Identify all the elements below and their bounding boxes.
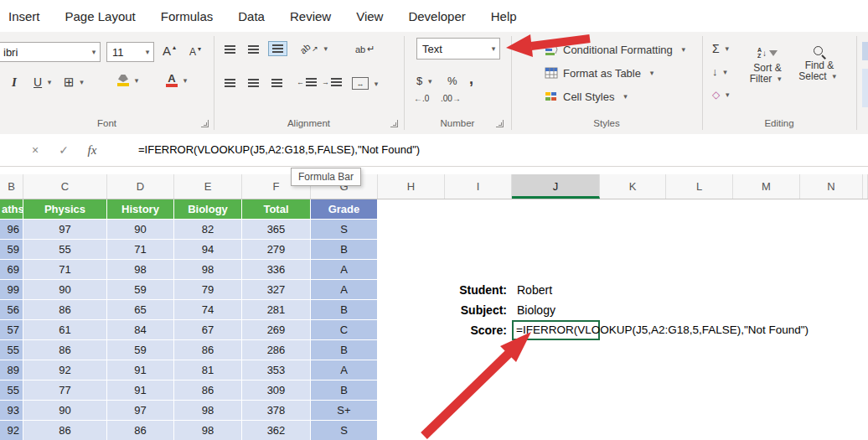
table-cell[interactable]: 89 [0,360,23,380]
table-cell[interactable]: 61 [23,320,107,340]
clear-button[interactable]: ◇ ▾ [712,89,733,101]
table-cell[interactable]: 96 [0,220,23,240]
sort-filter-button[interactable]: AZ ↓ Sort & Filter▾ [742,45,793,85]
table-cell[interactable]: A [311,260,378,280]
table-cell[interactable]: 90 [23,280,107,300]
table-cell[interactable]: 74 [174,300,242,320]
table-cell[interactable]: 362 [242,421,311,440]
student-label-cell[interactable]: Student: [445,280,507,300]
column-header-J[interactable]: J [512,174,600,199]
font-size-combo[interactable]: 11 ▾ [106,42,154,62]
table-cell[interactable]: 55 [0,340,23,360]
menu-tab-view[interactable]: View [356,9,383,23]
table-cell[interactable]: 86 [174,380,242,401]
number-format-combo[interactable]: Text ▾ [416,38,500,60]
table-cell[interactable]: 59 [107,280,174,300]
column-header-M[interactable]: M [733,174,800,199]
increase-indent-button[interactable]: → [322,78,342,86]
subject-value-cell[interactable]: Biology [517,300,555,320]
table-cell[interactable]: 71 [107,240,174,260]
increase-decimal-button[interactable]: ←.0 [414,94,429,103]
table-cell[interactable]: 65 [107,300,174,320]
column-header-I[interactable]: I [445,174,512,199]
align-right-button[interactable] [271,79,282,87]
table-cell[interactable]: 93 [0,401,23,421]
cancel-button[interactable]: × [27,134,44,166]
column-header-K[interactable]: K [600,174,666,199]
formula-bar[interactable]: × ✓ fx =IFERROR(VLOOKUP(J5,A2:G18,5,FALS… [0,134,868,167]
table-header-cell[interactable]: Physics [23,199,107,220]
align-middle-button[interactable] [248,45,259,54]
table-cell[interactable]: 55 [0,380,23,401]
table-cell[interactable]: 98 [174,421,242,440]
table-cell[interactable]: 279 [242,240,311,260]
table-cell[interactable]: 94 [174,240,242,260]
table-header-cell[interactable]: History [107,199,174,220]
autosum-button[interactable]: Σ ▾ [712,42,733,55]
menu-tab-data[interactable]: Data [238,9,265,23]
decrease-font-size-button[interactable]: A ▾ [189,46,201,58]
table-cell[interactable]: 81 [174,360,242,380]
insert-function-button[interactable]: fx [84,134,101,166]
table-cell[interactable]: 92 [23,360,107,380]
font-dialog-launcher[interactable] [201,120,209,127]
table-cell[interactable]: 86 [107,421,174,440]
table-cell[interactable]: 82 [174,220,242,240]
wrap-text-button[interactable]: ab ↵ [355,44,375,54]
table-cell[interactable]: 336 [242,260,311,280]
decrease-decimal-button[interactable]: .00→ [441,94,461,103]
fill-button[interactable]: ↓ ▾ [712,65,731,78]
table-cell[interactable]: 309 [242,380,311,401]
table-header-cell[interactable]: Grade [311,199,378,220]
table-cell[interactable]: 77 [23,380,107,401]
table-cell[interactable]: S+ [311,401,378,421]
table-cell[interactable]: 90 [23,401,107,421]
increase-font-size-button[interactable]: A ▴ [163,44,176,58]
table-header-cell[interactable]: Total [242,199,311,220]
menu-tab-developer[interactable]: Developer [408,9,465,23]
accounting-format-button[interactable]: $ ▾ [416,75,436,87]
conditional-formatting-button[interactable]: Conditional Formatting ▾ [545,42,690,57]
table-cell[interactable]: 91 [107,360,174,380]
table-cell[interactable]: 92 [0,421,23,440]
table-cell[interactable]: 67 [174,320,242,340]
table-cell[interactable]: 97 [107,401,174,421]
table-cell[interactable]: 69 [0,260,23,280]
comma-style-button[interactable]: , [469,70,473,88]
menu-tab-page-layout[interactable]: Page Layout [65,9,136,23]
align-top-button[interactable] [225,45,235,54]
table-cell[interactable]: 56 [0,300,23,320]
score-label-cell[interactable]: Score: [445,320,507,340]
table-cell[interactable]: 79 [174,280,242,300]
column-header-C[interactable]: C [23,174,107,199]
cell-styles-button[interactable]: Cell Styles ▾ [545,89,631,104]
table-cell[interactable]: B [311,380,378,401]
table-cell[interactable]: 86 [23,421,107,440]
formula-bar-input[interactable]: =IFERROR(VLOOKUP(J5,A2:G18,5,FALSE),"Not… [138,134,420,166]
menu-tab-review[interactable]: Review [290,9,331,23]
table-cell[interactable]: 98 [174,401,242,421]
table-cell[interactable]: 86 [23,300,107,320]
italic-button[interactable]: I [12,75,17,90]
table-cell[interactable]: 59 [107,340,174,360]
cell-formula-text[interactable]: =IFERROR(VLOOKUP(J5,A2:G18,5,FALSE),"Not… [516,320,809,340]
table-cell[interactable]: 286 [242,340,311,360]
align-bottom-button[interactable] [268,41,287,56]
table-cell[interactable]: 327 [242,280,311,300]
table-cell[interactable]: B [311,340,378,360]
table-cell[interactable]: 269 [242,320,311,340]
table-cell[interactable]: 99 [0,280,23,300]
column-header-E[interactable]: E [174,174,242,199]
table-cell[interactable]: 86 [23,340,107,360]
table-cell[interactable]: 55 [23,240,107,260]
table-cell[interactable]: B [311,300,378,320]
merge-center-button[interactable]: ↔ ▾ [352,77,382,90]
enter-button[interactable]: ✓ [55,134,72,166]
table-cell[interactable]: 86 [174,340,242,360]
column-header-N[interactable]: N [800,174,863,199]
menu-tab-formulas[interactable]: Formulas [161,9,214,23]
number-dialog-launcher[interactable] [496,120,504,127]
table-cell[interactable]: 71 [23,260,107,280]
table-cell[interactable]: 98 [174,260,242,280]
table-cell[interactable]: 91 [107,380,174,401]
